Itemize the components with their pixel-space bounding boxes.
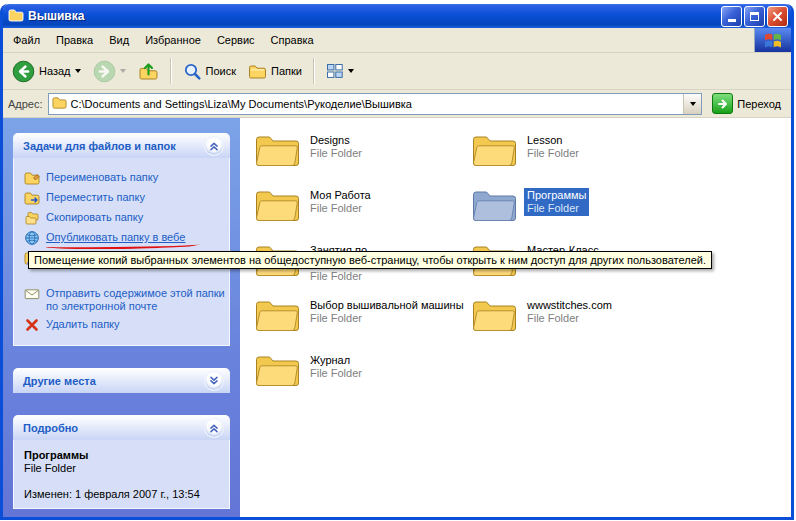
collapse-button[interactable] xyxy=(204,418,224,438)
task-item[interactable]: Опубликовать папку в вебе xyxy=(24,230,225,246)
task-item[interactable]: Удалить папку xyxy=(24,317,225,333)
task-label: Скопировать папку xyxy=(46,210,143,226)
forward-button[interactable] xyxy=(88,57,131,86)
menu-item[interactable]: Файл xyxy=(5,30,48,50)
file-type: File Folder xyxy=(310,312,464,325)
window-body: Задачи для файлов и папок Переименовать … xyxy=(3,118,791,517)
go-label: Переход xyxy=(737,98,781,110)
file-text: Моя Работа File Folder xyxy=(307,188,374,216)
collapse-button[interactable] xyxy=(204,136,224,156)
menu-item[interactable]: Справка xyxy=(263,30,322,50)
file-item[interactable]: Программы File Folder xyxy=(472,187,589,242)
search-button[interactable]: Поиск xyxy=(178,59,241,84)
file-text: wwwstitches.com File Folder xyxy=(524,298,615,326)
menu-item[interactable]: Правка xyxy=(48,30,101,50)
details-name: Программы xyxy=(24,449,225,461)
expand-button[interactable] xyxy=(204,371,224,391)
minimize-button[interactable] xyxy=(721,6,742,27)
go-button[interactable]: Переход xyxy=(707,93,786,114)
file-item[interactable]: Lesson File Folder xyxy=(472,132,582,187)
maximize-button[interactable] xyxy=(744,6,765,27)
back-button[interactable]: Назад xyxy=(7,57,86,86)
file-text: Lesson File Folder xyxy=(524,133,582,161)
menu-item[interactable]: Избранное xyxy=(137,30,209,50)
chevron-down-icon xyxy=(208,375,220,387)
file-item[interactable]: Моя Работа File Folder xyxy=(255,187,374,242)
folders-button[interactable]: Папки xyxy=(243,59,307,84)
task-item[interactable]: Переименовать папку xyxy=(24,170,225,186)
file-item[interactable]: wwwstitches.com File Folder xyxy=(472,297,615,352)
address-dropdown-button[interactable] xyxy=(683,94,701,114)
file-name: Lesson xyxy=(527,134,579,147)
close-icon xyxy=(771,10,784,23)
file-name: Программы xyxy=(527,189,586,202)
explorer-window: Вышивка ФайлПравкаВидИзбранноеСервисСпра… xyxy=(0,4,794,520)
address-folder-icon xyxy=(52,95,67,112)
file-text: Программы File Folder xyxy=(524,188,589,216)
file-item[interactable]: Designs File Folder xyxy=(255,132,365,187)
folders-label: Папки xyxy=(271,65,302,77)
up-button[interactable] xyxy=(133,58,164,85)
rename-folder-icon xyxy=(24,170,40,186)
menu-item[interactable]: Вид xyxy=(101,30,137,50)
toolbar-separator xyxy=(170,58,172,84)
tooltip: Помещение копий выбранных элементов на о… xyxy=(28,251,712,269)
folder-icon xyxy=(255,187,300,222)
file-type: File Folder xyxy=(310,367,362,380)
folder-icon xyxy=(255,132,300,167)
folder-icon xyxy=(255,297,300,332)
task-item[interactable]: Скопировать папку xyxy=(24,210,225,226)
file-text: Журнал File Folder xyxy=(307,353,365,381)
window-folder-icon xyxy=(8,7,24,25)
file-item[interactable]: Выбор вышивальной машины File Folder xyxy=(255,297,467,352)
details-modified: Изменен: 1 февраля 2007 г., 13:54 xyxy=(24,488,225,500)
menu-bar: ФайлПравкаВидИзбранноеСервисСправка xyxy=(3,28,791,53)
chevron-up-icon xyxy=(208,422,220,434)
file-name: wwwstitches.com xyxy=(527,299,612,312)
task-label: Переместить папку xyxy=(46,190,145,206)
other-places-panel: Другие места xyxy=(13,368,230,393)
file-type: File Folder xyxy=(310,202,371,215)
copy-folder-icon xyxy=(24,210,40,226)
file-text: Выбор вышивальной машины File Folder xyxy=(307,298,467,326)
file-item[interactable]: Журнал File Folder xyxy=(255,352,365,407)
maximize-icon xyxy=(750,12,759,21)
file-list-area: Designs File Folder Lesson File Folder М… xyxy=(240,118,791,517)
file-name: Выбор вышивальной машины xyxy=(310,299,464,312)
email-folder-icon xyxy=(24,286,40,302)
task-label: Отправить содержимое этой папки по элект… xyxy=(46,286,225,313)
task-label: Удалить папку xyxy=(46,317,120,333)
chevron-up-icon xyxy=(208,140,220,152)
menu-item[interactable]: Сервис xyxy=(209,30,263,50)
file-type: File Folder xyxy=(527,312,612,325)
file-type: File Folder xyxy=(527,147,579,160)
views-button[interactable] xyxy=(321,59,359,83)
file-name: Журнал xyxy=(310,354,362,367)
window-title: Вышивка xyxy=(28,9,717,23)
close-button[interactable] xyxy=(767,6,788,27)
sidebar: Задачи для файлов и папок Переименовать … xyxy=(3,118,240,517)
file-type: File Folder xyxy=(310,270,469,283)
task-item[interactable]: Отправить содержимое этой папки по элект… xyxy=(24,286,225,313)
folders-icon xyxy=(248,62,267,81)
file-type: File Folder xyxy=(310,147,362,160)
folder-icon xyxy=(472,297,517,332)
address-bar: Адрес: C:\Documents and Settings\Liza\My… xyxy=(3,90,791,118)
tasks-panel-header[interactable]: Задачи для файлов и папок xyxy=(13,133,230,158)
move-folder-icon xyxy=(24,190,40,206)
views-icon xyxy=(326,62,344,80)
toolbar: Назад Поиск xyxy=(3,53,791,90)
windows-logo xyxy=(754,28,791,52)
details-panel-header[interactable]: Подробно xyxy=(13,415,230,440)
up-folder-icon xyxy=(138,61,159,82)
other-places-panel-header[interactable]: Другие места xyxy=(13,368,230,393)
address-input[interactable]: C:\Documents and Settings\Liza\My Docume… xyxy=(48,93,703,115)
tasks-panel: Задачи для файлов и папок Переименовать … xyxy=(13,133,230,346)
toolbar-separator xyxy=(313,58,315,84)
folder-icon xyxy=(472,187,517,222)
window-controls xyxy=(721,6,788,27)
back-dropdown-icon xyxy=(75,69,81,73)
minimize-icon xyxy=(728,19,736,22)
task-item[interactable]: Переместить папку xyxy=(24,190,225,206)
details-panel: Подробно Программы File Folder Изменен: … xyxy=(13,415,230,509)
